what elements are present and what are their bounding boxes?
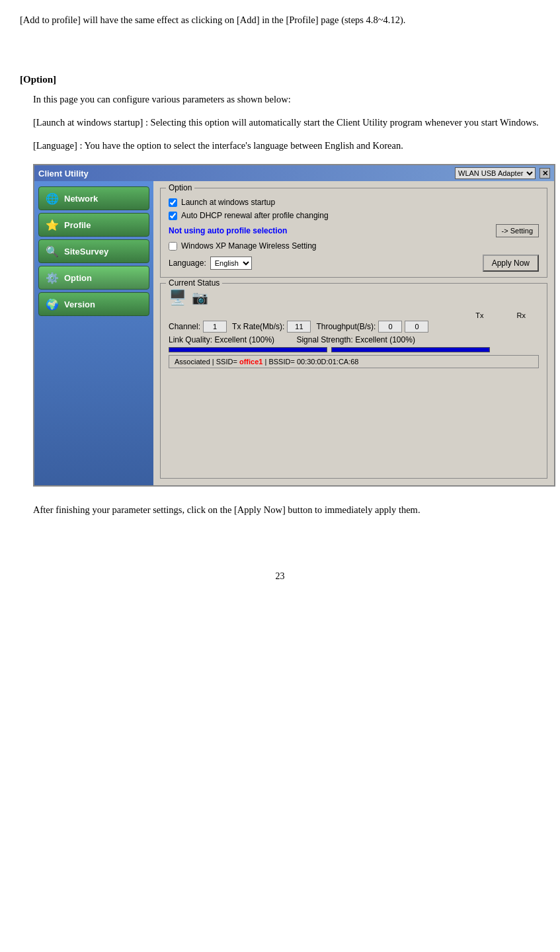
progress-bar-container xyxy=(169,347,539,352)
sidebar-item-profile[interactable]: ⭐ Profile xyxy=(38,213,149,237)
cb2-row: Auto DHCP renewal after profile changing xyxy=(169,211,539,220)
sidebar-label-profile: Profile xyxy=(64,220,91,230)
channel-label: Channel: xyxy=(169,322,200,331)
cb-launch-startup[interactable] xyxy=(169,198,177,207)
signal-strength-bar xyxy=(331,347,490,352)
option-section: [Option] In this page you can configure … xyxy=(20,74,540,154)
option-section-body: In this page you can configure various p… xyxy=(33,92,540,154)
apply-now-button[interactable]: Apply Now xyxy=(483,255,539,272)
option-para3: [Language] : You have the option to sele… xyxy=(33,138,540,153)
monitor-icon: 🖥️ xyxy=(169,289,186,306)
sitesurvey-icon: 🔍 xyxy=(44,243,60,259)
throughput-rx-value[interactable] xyxy=(405,321,428,333)
sidebar-label-network: Network xyxy=(64,194,98,204)
link-quality-bar xyxy=(169,347,327,352)
network-icon: 🌐 xyxy=(44,190,60,206)
tx-rate-value[interactable] xyxy=(287,321,311,333)
cb1-row: Launch at windows startup xyxy=(169,198,539,207)
language-row: Language: English Korean Apply Now xyxy=(169,255,539,272)
link-quality-value: Excellent (100%) xyxy=(214,335,274,344)
language-left: Language: English Korean xyxy=(169,257,252,270)
cb-winxp-wireless[interactable] xyxy=(169,242,177,251)
option-group: Option Launch at windows startup Auto DH… xyxy=(160,188,547,278)
window-titlebar: Client Utility WLAN USB Adapter ✕ xyxy=(34,165,554,181)
stats-row: Channel: Tx Rate(Mb/s): Throughput(B/s): xyxy=(169,321,539,333)
tx-rx-labels: Tx Rx xyxy=(169,311,539,319)
sidebar-label-sitesurvey: SiteSurvey xyxy=(64,247,108,257)
cb3-row: Windows XP Manage Wireless Setting xyxy=(169,241,539,251)
link-quality-row: Link Quality: Excellent (100%) Signal St… xyxy=(169,335,539,344)
throughput-tx-value[interactable] xyxy=(378,321,402,333)
cb3-label: Windows XP Manage Wireless Setting xyxy=(181,241,317,251)
option-icon: ⚙️ xyxy=(44,270,60,286)
status-legend: Current Status xyxy=(166,278,222,288)
close-button[interactable]: ✕ xyxy=(540,168,550,178)
client-utility-window: Client Utility WLAN USB Adapter ✕ 🌐 Netw… xyxy=(33,164,555,487)
client-utility-wrapper: Client Utility WLAN USB Adapter ✕ 🌐 Netw… xyxy=(33,164,540,487)
after-text: After finishing your parameter settings,… xyxy=(33,502,540,518)
page-number: 23 xyxy=(20,571,540,582)
cb-auto-dhcp[interactable] xyxy=(169,212,177,220)
titlebar-right: WLAN USB Adapter ✕ xyxy=(455,167,550,179)
window-body: 🌐 Network ⭐ Profile 🔍 SiteSurvey ⚙️ Opti… xyxy=(34,181,554,485)
option-para1: In this page you can configure various p… xyxy=(33,92,540,107)
option-section-title: [Option] xyxy=(20,74,540,85)
rx-label: Rx xyxy=(517,311,526,319)
page-content: [Add to profile] will have the same effe… xyxy=(20,13,540,582)
bssid-label: | BSSID= xyxy=(264,358,294,366)
auto-profile-text: Not using auto profile selection xyxy=(169,226,287,235)
sidebar-item-version[interactable]: 🌍 Version xyxy=(38,292,149,316)
camera-icon: 📷 xyxy=(192,290,208,305)
channel-value[interactable] xyxy=(203,321,227,333)
setting-button[interactable]: -> Setting xyxy=(496,224,539,237)
window-title: Client Utility xyxy=(38,169,89,178)
profile-icon: ⭐ xyxy=(44,217,60,233)
signal-strength-value: Excellent (100%) xyxy=(355,335,415,344)
option-para2: [Launch at windows startup] : Selecting … xyxy=(33,115,540,130)
status-header: 🖥️ 📷 xyxy=(169,289,539,306)
tx-label: Tx xyxy=(475,311,483,319)
main-panel: Option Launch at windows startup Auto DH… xyxy=(153,181,554,485)
intro-paragraph: [Add to profile] will have the same effe… xyxy=(20,13,540,28)
status-group: Current Status 🖥️ 📷 Tx Rx Channel: xyxy=(160,283,547,479)
throughput-label: Throughput(B/s): xyxy=(316,322,376,331)
sidebar-item-option[interactable]: ⚙️ Option xyxy=(38,266,149,290)
sidebar-label-option: Option xyxy=(64,273,92,283)
auto-profile-row: Not using auto profile selection -> Sett… xyxy=(169,224,539,237)
sidebar: 🌐 Network ⭐ Profile 🔍 SiteSurvey ⚙️ Opti… xyxy=(34,181,153,485)
option-legend: Option xyxy=(166,183,194,192)
associated-label: Associated | SSID= xyxy=(175,358,237,366)
language-label: Language: xyxy=(169,258,206,268)
sidebar-label-version: Version xyxy=(64,299,95,309)
signal-strength-label: Signal Strength: xyxy=(296,335,352,344)
adapter-dropdown[interactable]: WLAN USB Adapter xyxy=(455,167,536,179)
ssid-value: office1 xyxy=(239,358,262,366)
language-select[interactable]: English Korean xyxy=(210,257,252,270)
tx-rate-label: Tx Rate(Mb/s): xyxy=(232,322,284,331)
link-quality-label: Link Quality: xyxy=(169,335,212,344)
version-icon: 🌍 xyxy=(44,296,60,312)
cb2-label: Auto DHCP renewal after profile changing xyxy=(181,211,329,220)
bssid-value: 00:30:0D:01:CA:68 xyxy=(297,358,359,366)
sidebar-item-sitesurvey[interactable]: 🔍 SiteSurvey xyxy=(38,239,149,263)
sidebar-item-network[interactable]: 🌐 Network xyxy=(38,186,149,210)
associated-bar: Associated | SSID= office1 | BSSID= 00:3… xyxy=(169,355,539,368)
cb1-label: Launch at windows startup xyxy=(181,198,275,207)
